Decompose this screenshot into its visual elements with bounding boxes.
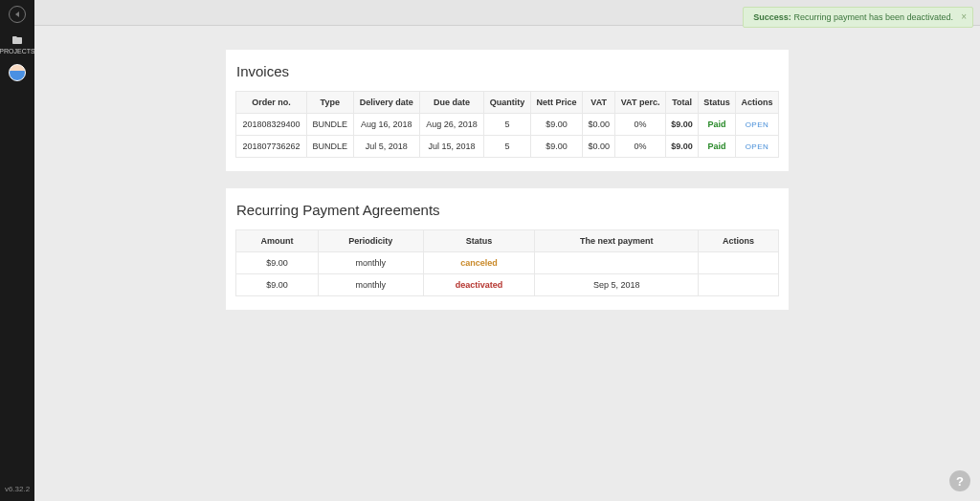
cell-due-date: Aug 26, 2018	[420, 114, 484, 136]
col-quantity: Quantity	[484, 92, 531, 114]
cell-actions	[699, 252, 779, 274]
col-amount: Amount	[236, 230, 319, 252]
cell-amount: $9.00	[236, 252, 319, 274]
cell-order-no: 201807736262	[236, 136, 307, 158]
cell-vat-perc: 0%	[615, 136, 666, 158]
invoices-table: Order no. Type Delivery date Due date Qu…	[235, 91, 779, 158]
avatar[interactable]	[9, 64, 26, 81]
sidebar: PROJECTS v6.32.2	[0, 0, 34, 501]
help-icon: ?	[956, 474, 964, 489]
status-badge: deactivated	[456, 280, 503, 290]
help-button[interactable]: ?	[949, 470, 970, 491]
col-periodicity: Periodicity	[318, 230, 423, 252]
col-status: Status	[423, 230, 535, 252]
sidebar-item-projects[interactable]: PROJECTS	[0, 34, 35, 54]
cell-periodicity: monthly	[318, 274, 423, 296]
col-nett-price: Nett Price	[530, 92, 583, 114]
col-actions: Actions	[735, 92, 778, 114]
close-icon[interactable]: ×	[961, 11, 967, 22]
recurring-title: Recurring Payment Agreements	[236, 202, 779, 218]
cell-quantity: 5	[484, 136, 531, 158]
cell-nett-price: $9.00	[530, 136, 583, 158]
cell-vat: $0.00	[583, 114, 615, 136]
cell-status: Paid	[698, 136, 735, 158]
invoices-card: Invoices Order no. Type Delivery date Du…	[226, 50, 789, 171]
cell-status: canceled	[423, 252, 535, 274]
cell-next-payment: Sep 5, 2018	[535, 274, 699, 296]
main-content: Invoices Order no. Type Delivery date Du…	[34, 0, 980, 346]
col-due-date: Due date	[420, 92, 484, 114]
recurring-table: Amount Periodicity Status The next payme…	[235, 229, 779, 296]
table-header-row: Amount Periodicity Status The next payme…	[236, 230, 779, 252]
table-row: $9.00monthlycanceled	[236, 252, 779, 274]
cell-actions: OPEN	[735, 136, 778, 158]
invoices-title: Invoices	[236, 63, 779, 79]
open-link[interactable]: OPEN	[746, 120, 769, 129]
cell-status: Paid	[698, 114, 735, 136]
cell-actions	[699, 274, 779, 296]
cell-delivery-date: Aug 16, 2018	[353, 114, 420, 136]
recurring-card: Recurring Payment Agreements Amount Peri…	[226, 188, 789, 310]
sidebar-item-label: PROJECTS	[0, 48, 35, 54]
success-alert: Success: Recurring payment has been deac…	[743, 7, 973, 28]
status-badge: Paid	[707, 120, 725, 129]
col-delivery-date: Delivery date	[353, 92, 420, 114]
table-row: $9.00monthlydeactivatedSep 5, 2018	[236, 274, 779, 296]
cell-amount: $9.00	[236, 274, 319, 296]
cell-vat: $0.00	[583, 136, 615, 158]
cell-periodicity: monthly	[318, 252, 423, 274]
col-order-no: Order no.	[236, 92, 307, 114]
logo-icon[interactable]	[9, 6, 26, 23]
col-actions: Actions	[699, 230, 779, 252]
alert-label: Success:	[753, 12, 791, 22]
cell-vat-perc: 0%	[615, 114, 666, 136]
cell-status: deactivated	[423, 274, 535, 296]
status-badge: canceled	[460, 258, 498, 268]
cell-actions: OPEN	[735, 114, 778, 136]
cell-type: BUNDLE	[306, 114, 353, 136]
cell-order-no: 201808329400	[236, 114, 307, 136]
cell-type: BUNDLE	[306, 136, 353, 158]
col-vat: VAT	[583, 92, 615, 114]
cell-next-payment	[535, 252, 699, 274]
version-label: v6.32.2	[0, 485, 34, 493]
cell-delivery-date: Jul 5, 2018	[353, 136, 420, 158]
folder-icon	[11, 34, 24, 46]
cell-total: $9.00	[666, 136, 699, 158]
col-total: Total	[666, 92, 699, 114]
cell-quantity: 5	[484, 114, 531, 136]
table-row: 201807736262BUNDLEJul 5, 2018Jul 15, 201…	[236, 136, 779, 158]
col-status: Status	[698, 92, 735, 114]
col-next-payment: The next payment	[535, 230, 699, 252]
alert-message: Recurring payment has been deactivated.	[793, 12, 953, 22]
cell-due-date: Jul 15, 2018	[420, 136, 484, 158]
cell-total: $9.00	[666, 114, 699, 136]
col-vat-perc: VAT perc.	[615, 92, 666, 114]
status-badge: Paid	[707, 142, 725, 151]
table-row: 201808329400BUNDLEAug 16, 2018Aug 26, 20…	[236, 114, 779, 136]
open-link[interactable]: OPEN	[746, 142, 769, 151]
table-header-row: Order no. Type Delivery date Due date Qu…	[236, 92, 779, 114]
cell-nett-price: $9.00	[530, 114, 583, 136]
col-type: Type	[306, 92, 353, 114]
